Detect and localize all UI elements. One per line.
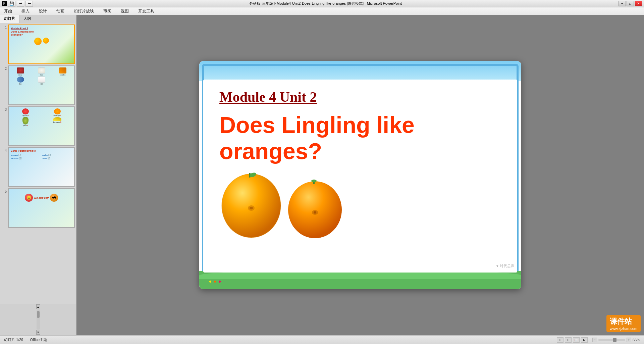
zoom-in-btn[interactable]: + — [627, 338, 631, 342]
tab-outline[interactable]: 大纲 — [19, 15, 35, 23]
oranges-container — [219, 169, 343, 240]
food-meat: meat — [10, 67, 31, 76]
slide-img-4[interactable]: Game：嬉嬉姐姐变单词 oranges 🔄 apples 🔄 bananas … — [8, 147, 75, 187]
fruit-bananas: bananaS — [42, 117, 73, 127]
pear-icon — [22, 117, 29, 125]
normal-view-btn[interactable]: ⊞ — [557, 337, 564, 343]
orange-svg-right — [286, 176, 343, 240]
word-oranges: oranges 🔄 — [11, 154, 41, 156]
svg-point-10 — [311, 180, 317, 182]
milk-label: milk — [40, 83, 43, 85]
word-grid: oranges 🔄 apples 🔄 bananas 🔄 pears 🔄 — [11, 154, 72, 159]
watermark-icon: ♥ — [496, 264, 498, 268]
scroll-up[interactable]: ▲ — [36, 304, 40, 309]
slide-num-5: 5 — [1, 188, 7, 193]
kjzhan-url: www.kjzhan.com — [610, 327, 637, 331]
menu-design[interactable]: 设计 — [37, 8, 49, 15]
scroll-thumb[interactable] — [37, 311, 40, 318]
title-bar: 🅿 💾 ↩ ↪ 外研版-三年级下Module4-Unit2-Does-Lingl… — [0, 0, 644, 7]
noodles-icon — [59, 67, 66, 73]
word-bananas: bananas 🔄 — [11, 157, 41, 159]
game-title: Game：嬉嬉姐姐变单词 — [11, 149, 72, 153]
watermark-text: 时代总课 — [500, 263, 515, 268]
svg-point-3 — [250, 207, 253, 209]
menu-start[interactable]: 开始 — [2, 8, 14, 15]
reading-view-btn[interactable]: 📖 — [573, 337, 580, 343]
grass-decorations — [209, 281, 221, 283]
kjzhan-watermark: 课件站 www.kjzhan.com — [606, 315, 641, 332]
fruits-grid: appleS orangeS pearS — [10, 108, 73, 127]
slide-img-2[interactable]: meat rice noodles — [8, 65, 75, 105]
main-area: 幻灯片 大纲 1 Module 4 Unit 2 Does Lingling l… — [0, 15, 644, 335]
redo-quick-btn[interactable]: ↪ — [25, 1, 33, 7]
fruit-apples: appleS — [10, 108, 41, 116]
slide-thumb-1[interactable]: 1 Module 4 Unit 2 Does Lingling likeoran… — [1, 24, 75, 64]
slide-question: Does Lingling like oranges? — [219, 112, 415, 164]
maximize-button[interactable]: □ — [627, 1, 634, 6]
fruit-oranges: orangeS — [42, 108, 73, 116]
slide-img-1[interactable]: Module 4 Unit 2 Does Lingling likeorange… — [8, 24, 75, 64]
noodles-label: noodles — [60, 74, 66, 76]
slide-thumb-4[interactable]: 4 Game：嬉嬉姐姐变单词 oranges 🔄 apples 🔄 banana… — [1, 147, 75, 187]
ppt-area: Module 4 Unit 2 Does Lingling like orang… — [76, 15, 644, 335]
thumb1-title: Module 4 Unit 2 — [11, 27, 72, 30]
theme-name: Office主题 — [30, 337, 47, 342]
save-quick-btn[interactable]: 💾 — [8, 1, 15, 7]
slide-img-5[interactable]: 😊 Do and say 🕶 — [8, 188, 75, 228]
menu-slideshow[interactable]: 幻灯片放映 — [72, 8, 96, 15]
slide-num-4: 4 — [1, 147, 7, 152]
slide-thumb-5[interactable]: 5 😊 Do and say 🕶 — [1, 188, 75, 228]
menu-insert[interactable]: 插入 — [19, 8, 32, 15]
scroll-down[interactable]: ▼ — [36, 330, 40, 335]
slide-count: 幻灯片 1/29 — [4, 337, 23, 342]
slide-thumb-3[interactable]: 3 appleS orangeS — [1, 106, 75, 146]
status-bar: 幻灯片 1/29 Office主题 ⊞ ⊟ 📖 ▶ − + 66% — [0, 335, 644, 344]
flower-1 — [209, 281, 211, 283]
flower-2 — [214, 281, 216, 283]
fish-label: fish — [19, 83, 22, 85]
word-apples: apples 🔄 — [42, 154, 72, 156]
food-milk: milk — [31, 77, 52, 85]
undo-quick-btn[interactable]: ↩ — [17, 1, 24, 7]
svg-point-6 — [288, 181, 342, 238]
zoom-controls: − + 66% — [592, 338, 640, 342]
slide-title: Module 4 Unit 2 — [219, 89, 317, 105]
rice-icon — [38, 67, 45, 73]
zoom-out-btn[interactable]: − — [592, 338, 597, 342]
minimize-button[interactable]: − — [619, 1, 626, 6]
slide-sorter-btn[interactable]: ⊟ — [565, 337, 572, 343]
view-controls: ⊞ ⊟ 📖 ▶ − + 66% — [557, 337, 640, 343]
do-say-icon1: 😊 — [25, 194, 33, 202]
fish-icon — [17, 77, 24, 83]
orange-icon-2 — [54, 108, 61, 114]
slide-img-3[interactable]: appleS orangeS pearS — [8, 106, 75, 146]
zoom-slider-thumb[interactable] — [613, 338, 616, 342]
meat-icon — [17, 67, 24, 73]
slideshow-btn[interactable]: ▶ — [581, 337, 588, 343]
watermark: ♥ 时代总课 — [496, 263, 515, 268]
scroll-track — [37, 309, 40, 330]
zoom-track — [598, 339, 625, 341]
menu-developer[interactable]: 开发工具 — [136, 8, 156, 15]
thumb1-orange-2 — [43, 38, 49, 44]
ribbon-area: 开始 插入 设计 动画 幻灯片放映 审阅 视图 开发工具 — [0, 7, 644, 15]
close-button[interactable]: ✕ — [635, 1, 642, 6]
menu-review[interactable]: 审阅 — [101, 8, 113, 15]
flower-3 — [219, 281, 221, 283]
orange-svg-left — [219, 169, 283, 240]
slide-thumb-2[interactable]: 2 meat rice — [1, 65, 75, 105]
main-slide: Module 4 Unit 2 Does Lingling like orang… — [199, 61, 521, 289]
milk-icon — [38, 77, 45, 83]
app-icon: 🅿 — [2, 1, 7, 6]
zoom-level: 66% — [633, 338, 640, 342]
tab-slides[interactable]: 幻灯片 — [0, 15, 19, 23]
menu-view[interactable]: 视图 — [119, 8, 131, 15]
menu-animation[interactable]: 动画 — [54, 8, 66, 15]
food-rice: rice — [31, 67, 52, 76]
food-noodles: noodles — [52, 67, 73, 76]
grass-strip — [199, 271, 521, 289]
fruit-pears: pearS — [10, 117, 41, 127]
thumb1-orange-1 — [34, 38, 42, 45]
do-say-area: 😊 Do and say 🕶 — [10, 194, 73, 202]
sky-strip — [199, 61, 521, 81]
